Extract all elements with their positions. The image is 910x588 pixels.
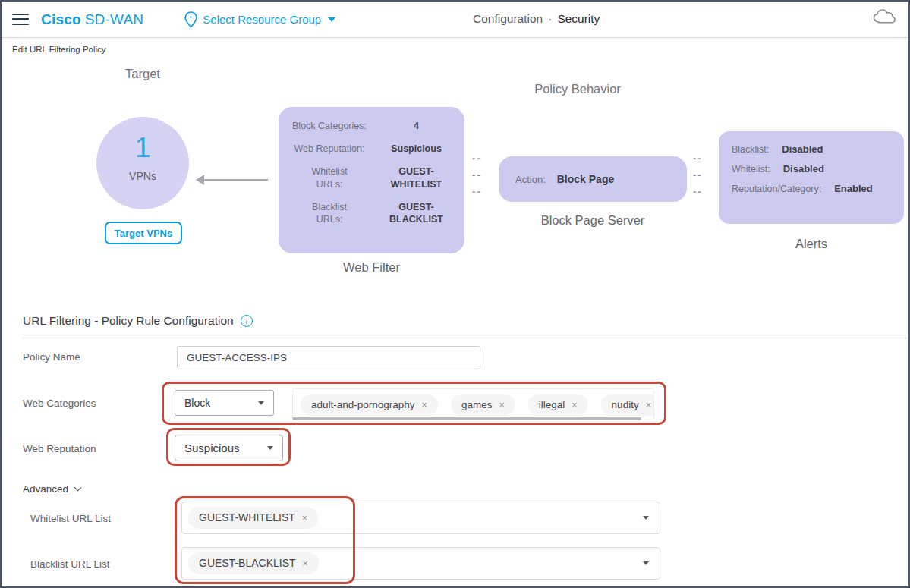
remove-icon[interactable]: × <box>499 400 504 410</box>
category-chip: games× <box>451 394 515 416</box>
advanced-toggle[interactable]: Advanced <box>23 483 80 495</box>
blacklist-chip: GUEST-BLACKLIST× <box>188 552 319 574</box>
web-categories-mode-value: Block <box>184 397 210 409</box>
alert-row-value: Disabled <box>782 143 823 155</box>
web-filter-row-label: Block Categories: <box>292 120 367 133</box>
web-filter-row-label: Whitelist URLs: <box>307 165 351 191</box>
category-chip: nudity× <box>601 394 654 416</box>
remove-icon[interactable]: × <box>302 513 307 524</box>
action-value: Block Page <box>557 173 614 185</box>
alerts-box: Blacklist: Disabled Whitelist: Disabled … <box>719 131 904 224</box>
target-title: Target <box>96 67 189 81</box>
brand-logo: CiscoSD-WAN <box>41 11 143 28</box>
alert-row-value: Enabled <box>834 183 873 194</box>
blacklist-chip-label: GUEST-BLACKLIST <box>199 557 296 569</box>
category-chip: adult-and-pornography× <box>301 394 438 416</box>
web-filter-row-value: GUEST-WHITELIST <box>379 165 455 191</box>
breadcrumb-page: Security <box>557 12 600 25</box>
web-categories-mode-select[interactable]: Block <box>175 390 274 416</box>
web-reputation-label: Web Reputation <box>23 443 96 454</box>
alert-row-label: Reputation/Category: <box>732 184 821 194</box>
caret-down-icon <box>643 516 649 520</box>
alert-row-label: Blacklist: <box>732 144 769 155</box>
action-label: Action: <box>515 174 546 185</box>
brand-bold: Cisco <box>41 11 81 27</box>
location-pin-icon <box>184 11 197 28</box>
section-title: URL Filtering - Policy Rule Configuratio… <box>2 297 908 328</box>
web-reputation-select[interactable]: Suspicious <box>175 435 283 461</box>
page-title: Edit URL Filtering Policy <box>2 38 908 59</box>
section-title-text: URL Filtering - Policy Rule Configuratio… <box>23 314 234 328</box>
web-filter-row-label: Blacklist URLs: <box>307 201 351 227</box>
resource-group-label: Select Resource Group <box>203 13 321 26</box>
category-chip: illegal× <box>528 394 588 416</box>
web-categories-label: Web Categories <box>23 398 96 409</box>
caret-down-icon <box>267 446 273 450</box>
alerts-caption: Alerts <box>719 237 904 251</box>
menu-icon[interactable] <box>12 11 29 29</box>
category-chip-label: illegal <box>539 399 565 410</box>
breadcrumb: Configuration·Security <box>473 12 600 26</box>
whitelist-url-list-select[interactable]: GUEST-WHITELIST× <box>181 502 660 534</box>
alert-row-label: Whitelist: <box>732 164 770 175</box>
category-chip-label: games <box>461 399 493 410</box>
horizontal-scrollbar[interactable] <box>292 417 641 420</box>
breadcrumb-separator: · <box>548 12 552 25</box>
web-filter-caption: Web Filter <box>279 260 464 275</box>
web-categories-chips-field[interactable]: adult-and-pornography× games× illegal× n… <box>292 388 654 420</box>
target-vpn-circle: 1 VPNs <box>96 117 189 209</box>
category-chip-label: adult-and-pornography <box>311 399 415 410</box>
target-vpns-button[interactable]: Target VPNs <box>105 222 182 244</box>
arrow-left-icon <box>196 175 269 185</box>
chevron-down-icon <box>74 484 82 492</box>
blacklist-url-list-select[interactable]: GUEST-BLACKLIST× <box>181 547 660 580</box>
web-filter-row-value: 4 <box>414 120 419 133</box>
section-divider <box>23 338 908 338</box>
caret-down-icon <box>258 401 264 405</box>
web-filter-row-label: Web Reputation: <box>294 143 365 156</box>
advanced-label: Advanced <box>23 483 68 495</box>
category-chip-label: nudity <box>612 399 639 410</box>
whitelist-chip-label: GUEST-WHITELIST <box>199 511 295 524</box>
web-filter-box: Block Categories: 4 Web Reputation: Susp… <box>279 107 464 253</box>
caret-down-icon <box>328 17 335 22</box>
web-reputation-value: Suspicious <box>184 442 240 454</box>
connector-dashes: ------ <box>472 150 482 200</box>
breadcrumb-section: Configuration <box>473 12 543 25</box>
whitelist-url-list-label: Whitelist URL List <box>30 513 111 524</box>
remove-icon[interactable]: × <box>572 400 577 410</box>
brand-rest: SD-WAN <box>85 11 144 27</box>
info-icon[interactable]: i <box>241 315 253 327</box>
policy-rule-configuration-section: URL Filtering - Policy Rule Configuratio… <box>2 297 908 588</box>
remove-icon[interactable]: × <box>422 400 427 410</box>
app-window: CiscoSD-WAN Select Resource Group Config… <box>0 0 910 588</box>
policy-name-label: Policy Name <box>23 351 80 363</box>
blacklist-url-list-label: Blacklist URL List <box>30 558 110 570</box>
top-bar: CiscoSD-WAN Select Resource Group Config… <box>2 2 908 38</box>
alert-row-value: Disabled <box>783 163 824 175</box>
whitelist-chip: GUEST-WHITELIST× <box>188 507 318 529</box>
caret-down-icon <box>643 561 649 565</box>
web-filter-row-value: GUEST-BLACKLIST <box>379 201 455 227</box>
cloud-icon[interactable] <box>872 8 896 29</box>
policy-behavior-title: Policy Behavior <box>483 82 672 96</box>
policy-summary-diagram: Target Policy Behavior 1 VPNs Target VPN… <box>2 59 908 297</box>
remove-icon[interactable]: × <box>303 558 308 569</box>
remove-icon[interactable]: × <box>646 400 651 410</box>
resource-group-selector[interactable]: Select Resource Group <box>184 11 335 28</box>
policy-name-input[interactable] <box>177 346 480 369</box>
vpn-unit-label: VPNs <box>96 170 189 182</box>
block-page-server-caption: Block Page Server <box>499 213 687 228</box>
web-filter-row-value: Suspicious <box>391 143 442 156</box>
vpn-count: 1 <box>96 132 189 164</box>
block-page-action-box: Action: Block Page <box>499 156 687 202</box>
connector-dashes: ------ <box>693 150 703 200</box>
